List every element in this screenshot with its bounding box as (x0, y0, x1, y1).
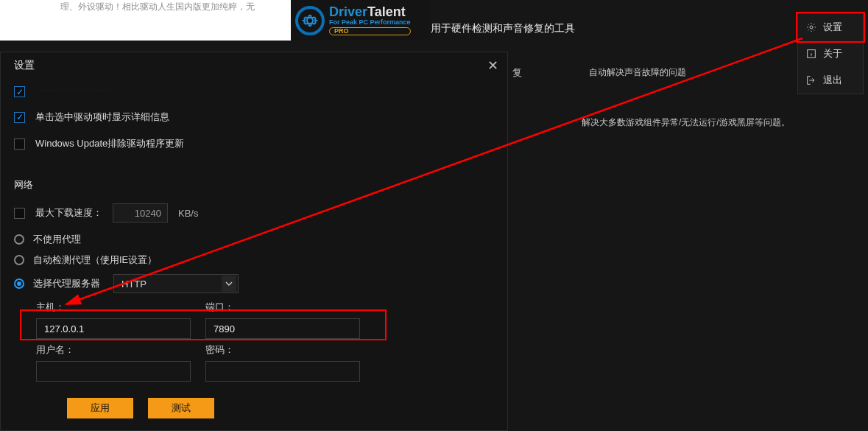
menu-exit-label: 退出 (823, 74, 842, 87)
radio-auto-proxy[interactable] (14, 255, 24, 265)
checkbox-detailed-info[interactable]: ✓ 单击选中驱动项时显示详细信息 (14, 111, 494, 124)
logo-gear-icon (295, 6, 325, 35)
radio-no-proxy-label: 不使用代理 (33, 233, 81, 246)
menu-settings-label: 设置 (823, 21, 842, 34)
close-icon[interactable]: ✕ (487, 57, 498, 74)
clipped-char: 复 (512, 66, 522, 80)
port-label: 端口： (205, 301, 360, 314)
checkbox-row-1[interactable]: ✓ ********************* (14, 86, 494, 97)
checkbox-label-truncated: ********************* (35, 86, 113, 97)
checkbox-wu-exclude[interactable]: Windows Update排除驱动程序更新 (14, 137, 494, 150)
radio-choose-proxy-label: 选择代理服务器 (33, 277, 100, 290)
menu-about[interactable]: 关于 (798, 41, 863, 67)
host-input[interactable] (36, 318, 191, 339)
app-logo: DriverTalent For Peak PC Performance PRO (291, 0, 431, 41)
proxy-protocol-select[interactable]: HTTP (113, 274, 239, 293)
checkbox-icon[interactable] (14, 139, 25, 150)
username-label: 用户名： (36, 343, 191, 357)
page-subtitle: 用于硬件检测和声音修复的工具 (431, 22, 575, 35)
port-input[interactable] (205, 318, 360, 339)
dialog-title: 设置 (14, 59, 35, 72)
section-network-title: 网络 (14, 178, 494, 192)
bg-text-fragment: 理、外设驱动！相比驱动人生国内版更加纯粹，无 (60, 1, 255, 13)
chevron-down-icon (222, 276, 236, 292)
checkbox-detailed-label: 单击选中驱动项时显示详细信息 (35, 111, 169, 124)
test-button[interactable]: 测试 (148, 398, 214, 418)
username-input[interactable] (36, 361, 191, 382)
sound-fix-tip: 自动解决声音故障的问题 (589, 66, 686, 79)
menu-about-label: 关于 (823, 47, 842, 60)
radio-choose-proxy[interactable] (14, 278, 24, 289)
svg-point-0 (810, 26, 813, 29)
menu-settings[interactable]: 设置 (798, 14, 863, 41)
checkbox-icon[interactable]: ✓ (14, 86, 25, 97)
max-speed-input[interactable] (113, 203, 168, 222)
checkbox-wu-label: Windows Update排除驱动程序更新 (35, 137, 184, 150)
apply-button[interactable]: 应用 (67, 398, 133, 418)
max-speed-label: 最大下载速度： (35, 206, 102, 220)
exit-icon (805, 74, 817, 86)
game-fix-tip: 解决大多数游戏组件异常/无法运行/游戏黑屏等问题。 (582, 116, 790, 129)
proxy-protocol-value: HTTP (121, 278, 147, 290)
info-icon (805, 48, 817, 60)
password-input[interactable] (205, 361, 360, 382)
gear-icon (805, 21, 817, 33)
header-menu: 设置 关于 退出 (797, 13, 864, 94)
checkbox-icon[interactable]: ✓ (14, 112, 25, 123)
host-label: 主机： (36, 301, 191, 314)
radio-no-proxy[interactable] (14, 234, 24, 245)
radio-auto-proxy-label: 自动检测代理（使用IE设置） (33, 253, 157, 267)
pro-badge: PRO (329, 27, 411, 35)
speed-unit: KB/s (178, 208, 198, 219)
checkbox-max-speed[interactable] (14, 208, 25, 219)
password-label: 密码： (205, 343, 360, 357)
menu-exit[interactable]: 退出 (798, 67, 863, 94)
browser-background: 理、外设驱动！相比驱动人生国内版更加纯粹，无 (0, 0, 291, 41)
settings-dialog: 设置 ✕ ✓ ********************* ✓ 单击选中驱动项时显… (0, 52, 508, 431)
